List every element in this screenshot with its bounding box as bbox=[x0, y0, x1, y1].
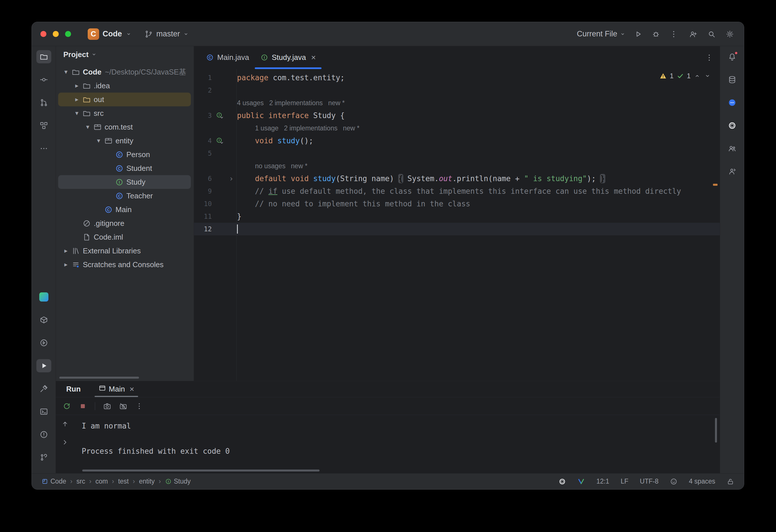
code-with-me-button[interactable] bbox=[688, 29, 698, 39]
ai-chat-tool-icon[interactable] bbox=[725, 96, 740, 109]
next-problem-icon[interactable] bbox=[704, 72, 711, 80]
tab-main-java[interactable]: CMain.java bbox=[200, 46, 255, 69]
caret-position[interactable]: 12:1 bbox=[596, 478, 609, 485]
indent-setting[interactable]: 4 spaces bbox=[689, 478, 715, 485]
implementations-gutter-icon[interactable]: I bbox=[213, 135, 226, 147]
svg-text:I: I bbox=[219, 113, 219, 117]
scroll-to-top-icon[interactable] bbox=[61, 420, 69, 429]
chevron-right-icon[interactable]: ▸ bbox=[72, 82, 82, 90]
build-tool-icon[interactable] bbox=[36, 382, 51, 395]
code-line: 10 // no need to implement this method i… bbox=[194, 197, 720, 210]
tree-item--gitignore[interactable]: .gitignore bbox=[58, 216, 191, 230]
breadcrumb-item[interactable]: src bbox=[76, 478, 85, 485]
console-horizontal-scrollbar[interactable] bbox=[82, 470, 320, 472]
screenshot-button[interactable] bbox=[101, 400, 114, 412]
project-horizontal-scrollbar[interactable] bbox=[59, 377, 139, 379]
line-ending[interactable]: LF bbox=[621, 478, 628, 485]
version-control-tool-icon[interactable] bbox=[36, 451, 51, 464]
openai-tool-icon[interactable] bbox=[725, 119, 740, 132]
fold-arrow-icon[interactable] bbox=[61, 438, 69, 447]
chevron-down-icon[interactable]: ▾ bbox=[94, 137, 104, 145]
tree-item-code-iml[interactable]: Code.iml bbox=[58, 230, 191, 244]
database-tool-icon[interactable] bbox=[725, 73, 740, 86]
settings-button[interactable] bbox=[725, 29, 735, 39]
chevron-right-icon[interactable]: ▸ bbox=[61, 261, 71, 268]
commit-tool-icon[interactable] bbox=[36, 73, 51, 86]
debug-button[interactable] bbox=[651, 29, 661, 39]
more-tool-windows-icon[interactable] bbox=[36, 142, 51, 155]
tree-item-com-test[interactable]: ▾com.test bbox=[58, 120, 191, 134]
previous-problem-icon[interactable] bbox=[694, 72, 701, 80]
tree-item-main[interactable]: CMain bbox=[58, 203, 191, 216]
console-line bbox=[82, 432, 720, 445]
tree-item-out[interactable]: ▸out bbox=[58, 93, 191, 106]
tree-item-student[interactable]: CStudent bbox=[58, 161, 191, 175]
tree-item-code[interactable]: ▾Code~/Desktop/CS/JavaSE基 bbox=[58, 65, 191, 79]
line-number: 9 bbox=[194, 185, 213, 197]
v-status-icon[interactable] bbox=[577, 478, 585, 485]
tree-item--idea[interactable]: ▸.idea bbox=[58, 79, 191, 93]
ai-face-icon[interactable] bbox=[670, 478, 677, 485]
terminal-tool-icon[interactable] bbox=[36, 405, 51, 418]
project-panel-header[interactable]: Project bbox=[56, 46, 194, 63]
openai-status-icon[interactable] bbox=[559, 478, 566, 485]
breadcrumb-item[interactable]: Code bbox=[41, 478, 66, 485]
console-vertical-scrollbar[interactable] bbox=[715, 418, 717, 442]
fold-arrow-icon[interactable]: › bbox=[226, 172, 236, 185]
problems-tool-icon[interactable] bbox=[36, 428, 51, 441]
services-tool-icon[interactable] bbox=[36, 336, 51, 349]
stop-button[interactable] bbox=[76, 400, 89, 412]
tab-study-java[interactable]: IStudy.java× bbox=[255, 46, 322, 69]
close-window-button[interactable] bbox=[40, 31, 46, 37]
gutter-spacer bbox=[213, 97, 226, 109]
run-tab-main[interactable]: Main × bbox=[93, 381, 140, 397]
run-tool-icon[interactable] bbox=[36, 359, 51, 372]
dependencies-tool-icon[interactable] bbox=[36, 313, 51, 327]
breadcrumb-item[interactable]: IStudy bbox=[165, 478, 191, 485]
file-encoding[interactable]: UTF-8 bbox=[640, 478, 658, 485]
unlock-icon[interactable] bbox=[727, 478, 734, 485]
branch-selector[interactable]: master bbox=[144, 29, 189, 39]
rerun-button[interactable] bbox=[60, 400, 73, 412]
scrollbar-warning-marker[interactable] bbox=[713, 184, 718, 186]
inspections-widget[interactable]: 1 1 bbox=[659, 72, 711, 80]
run-configuration-selector[interactable]: Current File bbox=[577, 29, 626, 38]
collaboration-tool-icon[interactable] bbox=[725, 142, 740, 155]
chevron-right-icon[interactable]: ▸ bbox=[61, 247, 71, 254]
pull-requests-tool-icon[interactable] bbox=[36, 96, 51, 109]
breadcrumb-item[interactable]: test bbox=[118, 478, 129, 485]
tree-item-scratches-and-consoles[interactable]: ▸Scratches and Consoles bbox=[58, 258, 191, 272]
tree-item-src[interactable]: ▾src bbox=[58, 106, 191, 120]
search-everywhere-button[interactable] bbox=[707, 29, 716, 39]
breadcrumb-item[interactable]: entity bbox=[139, 478, 155, 485]
chevron-down-icon[interactable]: ▾ bbox=[72, 110, 82, 117]
plugin-tool-icon[interactable] bbox=[36, 290, 51, 304]
code-editor[interactable]: 1package com.test.entity;24 usages 2 imp… bbox=[194, 69, 720, 381]
console-area[interactable]: I am normalProcess finished with exit co… bbox=[56, 415, 720, 473]
tree-item-teacher[interactable]: CTeacher bbox=[58, 189, 191, 203]
screen-record-off-button[interactable] bbox=[117, 400, 130, 412]
chevron-down-icon[interactable]: ▾ bbox=[83, 123, 92, 131]
tree-item-external-libraries[interactable]: ▸External Libraries bbox=[58, 244, 191, 258]
gutter-spacer bbox=[213, 223, 226, 235]
notifications-icon[interactable] bbox=[725, 50, 740, 63]
tree-item-entity[interactable]: ▾entity bbox=[58, 134, 191, 148]
project-selector[interactable]: C Code bbox=[88, 28, 132, 40]
breadcrumb-item[interactable]: com bbox=[95, 478, 108, 485]
structure-tool-icon[interactable] bbox=[36, 119, 51, 132]
more-actions-button[interactable] bbox=[669, 29, 678, 39]
chevron-right-icon[interactable]: ▸ bbox=[72, 96, 82, 103]
close-tab-icon[interactable]: × bbox=[130, 385, 134, 394]
tabs-options-icon[interactable] bbox=[704, 53, 714, 62]
zoom-window-button[interactable] bbox=[65, 31, 71, 37]
close-tab-icon[interactable]: × bbox=[311, 53, 316, 62]
more-options-button[interactable] bbox=[133, 400, 146, 412]
implementations-gutter-icon[interactable]: I bbox=[213, 109, 226, 122]
run-button[interactable] bbox=[633, 29, 643, 39]
chevron-down-icon[interactable]: ▾ bbox=[61, 68, 71, 76]
project-tool-icon[interactable] bbox=[36, 50, 51, 63]
tree-item-study[interactable]: IStudy bbox=[58, 175, 191, 189]
minimize-window-button[interactable] bbox=[53, 31, 59, 37]
tree-item-person[interactable]: CPerson bbox=[58, 148, 191, 161]
code-with-me-tool-icon[interactable] bbox=[725, 165, 740, 178]
